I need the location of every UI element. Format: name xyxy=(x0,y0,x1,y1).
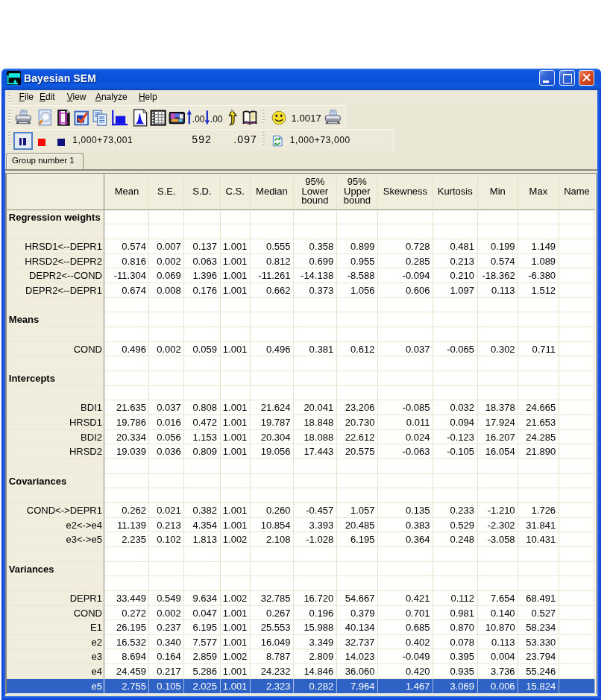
svg-text:.00: .00 xyxy=(210,113,222,124)
svg-text:.00: .00 xyxy=(192,113,204,124)
